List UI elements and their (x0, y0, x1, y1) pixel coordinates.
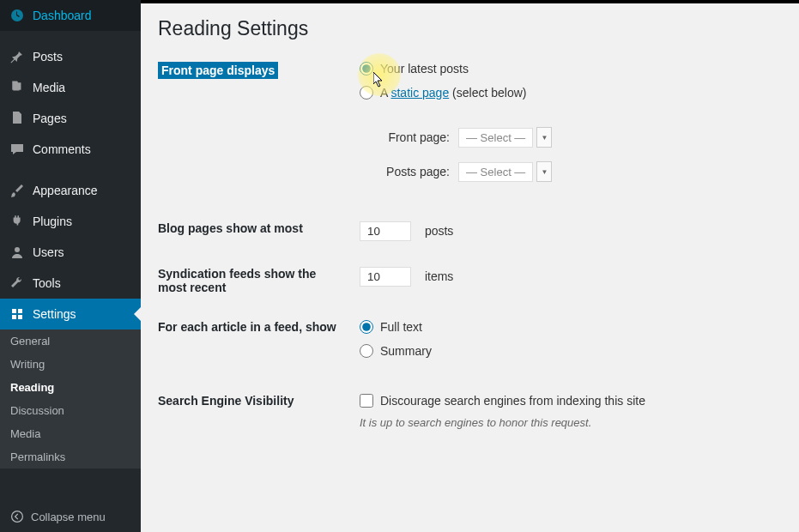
checkbox-discourage: Discourage search engines from indexing … (360, 394, 782, 408)
posts-page-select-row: Posts page: — Select — ▼ (377, 161, 782, 182)
label-blog-pages: Blog pages show at most (158, 221, 360, 241)
svg-rect-2 (18, 309, 22, 313)
sub-item-media[interactable]: Media (0, 422, 141, 445)
label-front-page: Front page displays (158, 62, 278, 79)
sidebar-label: Media (33, 81, 65, 94)
comments-icon (9, 141, 26, 158)
sidebar-item-dashboard[interactable]: Dashboard (0, 0, 141, 31)
top-bar (141, 0, 799, 3)
row-article-feed: For each article in a feed, show Full te… (158, 320, 782, 368)
radio-latest-posts: Your latest posts (360, 62, 782, 76)
dashboard-icon (9, 7, 26, 24)
radio-full-text-input[interactable] (360, 320, 373, 334)
settings-submenu: General Writing Reading Discussion Media… (0, 329, 141, 469)
checkbox-discourage-label[interactable]: Discourage search engines from indexing … (380, 394, 645, 408)
label-search-engine: Search Engine Visibility (158, 394, 360, 429)
pin-icon (9, 48, 26, 65)
svg-rect-3 (12, 315, 16, 319)
sidebar-label: Plugins (33, 215, 72, 228)
svg-point-0 (15, 247, 20, 252)
svg-point-5 (12, 511, 23, 523)
sidebar-item-tools[interactable]: Tools (0, 268, 141, 299)
sidebar-label: Tools (33, 276, 61, 290)
front-page-select-label: Front page: (377, 130, 450, 144)
row-front-page: Front page displays Your latest posts A … (158, 62, 782, 196)
dropdown-arrow-icon[interactable]: ▼ (536, 161, 552, 182)
sidebar-label: Settings (33, 307, 76, 321)
users-icon (9, 244, 26, 261)
sidebar-item-posts[interactable]: Posts (0, 41, 141, 72)
posts-page-select-label: Posts page: (377, 165, 450, 178)
sidebar-item-media[interactable]: Media (0, 72, 141, 103)
posts-page-select[interactable]: — Select — (458, 162, 533, 182)
dropdown-arrow-icon[interactable]: ▼ (536, 127, 552, 148)
label-article-feed: For each article in a feed, show (158, 320, 360, 368)
sidebar-label: Comments (33, 142, 91, 156)
tools-icon (9, 275, 26, 292)
radio-summary: Summary (360, 344, 782, 358)
sidebar-item-pages[interactable]: Pages (0, 103, 141, 134)
blog-pages-suffix: posts (425, 224, 453, 238)
sub-item-permalinks[interactable]: Permalinks (0, 445, 141, 469)
svg-rect-1 (12, 309, 16, 313)
collapse-label: Collapse menu (31, 511, 106, 523)
row-search-engine: Search Engine Visibility Discourage sear… (158, 394, 782, 429)
sub-item-writing[interactable]: Writing (0, 353, 141, 376)
settings-icon (9, 305, 26, 323)
sidebar-label: Posts (33, 50, 63, 63)
checkbox-discourage-input[interactable] (360, 394, 373, 408)
sidebar-item-settings[interactable]: Settings (0, 299, 141, 329)
radio-full-text: Full text (360, 320, 782, 334)
sidebar-label: Appearance (33, 184, 98, 197)
radio-summary-label[interactable]: Summary (380, 344, 432, 358)
content-area: Reading Settings Front page displays You… (141, 0, 799, 532)
media-icon (9, 79, 26, 96)
label-syndication: Syndication feeds show the most recent (158, 267, 360, 294)
sidebar-item-comments[interactable]: Comments (0, 134, 141, 165)
row-syndication: Syndication feeds show the most recent i… (158, 267, 782, 294)
plug-icon (9, 213, 26, 230)
radio-latest-posts-label[interactable]: Your latest posts (380, 62, 469, 76)
sidebar-label: Dashboard (33, 9, 92, 22)
search-engine-note: It is up to search engines to honor this… (360, 416, 782, 429)
sub-item-general[interactable]: General (0, 329, 141, 353)
row-blog-pages: Blog pages show at most posts (158, 221, 782, 241)
sidebar-label: Users (33, 245, 64, 259)
admin-sidebar: Dashboard Posts Media Pages Comments App… (0, 0, 141, 532)
radio-static-page: A static page (select below) (360, 86, 782, 100)
radio-full-text-label[interactable]: Full text (380, 320, 422, 334)
sub-item-reading[interactable]: Reading (0, 376, 141, 399)
syndication-suffix: items (425, 269, 453, 283)
brush-icon (9, 182, 26, 199)
pages-icon (9, 110, 26, 127)
radio-latest-posts-input[interactable] (360, 62, 373, 76)
radio-static-page-label[interactable]: A static page (select below) (380, 86, 526, 100)
front-page-select-row: Front page: — Select — ▼ (377, 127, 782, 148)
sidebar-item-users[interactable]: Users (0, 237, 141, 268)
sidebar-label: Pages (33, 112, 67, 125)
radio-static-page-input[interactable] (360, 86, 373, 100)
collapse-icon (9, 508, 26, 525)
syndication-input[interactable] (360, 267, 411, 287)
settings-form: Front page displays Your latest posts A … (158, 62, 782, 429)
svg-rect-4 (18, 315, 22, 319)
sidebar-item-appearance[interactable]: Appearance (0, 175, 141, 206)
static-page-link[interactable]: static page (390, 86, 449, 100)
page-title: Reading Settings (158, 17, 782, 40)
collapse-menu[interactable]: Collapse menu (0, 501, 141, 532)
sub-item-discussion[interactable]: Discussion (0, 399, 141, 422)
radio-summary-input[interactable] (360, 344, 373, 358)
sidebar-item-plugins[interactable]: Plugins (0, 206, 141, 237)
blog-pages-input[interactable] (360, 221, 411, 241)
front-page-select[interactable]: — Select — (458, 128, 533, 148)
